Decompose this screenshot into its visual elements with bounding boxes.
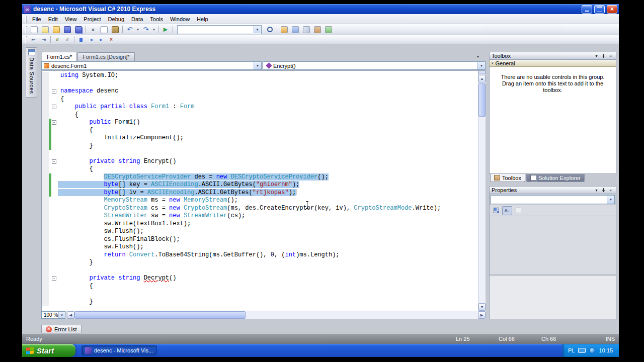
uncomment-selection-button[interactable] xyxy=(62,36,72,44)
types-dropdown[interactable]: desenc.Form1 ▾ xyxy=(41,61,262,70)
chevron-down-icon[interactable]: ▾ xyxy=(254,62,261,69)
document-tab[interactable]: Form1.cs* xyxy=(42,52,77,61)
close-icon[interactable]: × xyxy=(607,53,614,59)
toolbar-grip[interactable] xyxy=(25,26,27,33)
breakpoint-margin[interactable] xyxy=(42,243,49,251)
code-line[interactable]: using System.IO; xyxy=(42,72,478,80)
breakpoint-margin[interactable] xyxy=(42,197,49,205)
menu-item-data[interactable]: Data xyxy=(128,15,146,24)
breakpoint-margin[interactable] xyxy=(42,181,49,189)
vertical-scroll-track[interactable] xyxy=(478,82,486,303)
scroll-up-button[interactable]: ▲ xyxy=(478,75,486,82)
paste-button[interactable] xyxy=(110,25,121,35)
code-line[interactable]: - private string Decrypt() xyxy=(42,275,478,283)
code-line[interactable]: InitializeComponent(); xyxy=(42,134,478,142)
scroll-down-button[interactable]: ▼ xyxy=(478,303,486,311)
redo-button[interactable] xyxy=(140,25,151,35)
fold-toggle-icon[interactable]: - xyxy=(52,159,56,164)
next-bookmark-button[interactable] xyxy=(96,36,106,44)
data-sources-tab[interactable]: Data Sources xyxy=(26,47,37,98)
code-line[interactable] xyxy=(42,80,478,88)
menu-item-edit[interactable]: Edit xyxy=(45,15,61,24)
undo-button[interactable] xyxy=(124,25,135,35)
scroll-right-button[interactable]: ▶ xyxy=(478,311,486,319)
start-button[interactable]: Start xyxy=(22,344,75,357)
window-menu-icon[interactable]: ▾ xyxy=(593,187,600,193)
keyboard-layout-icon[interactable] xyxy=(578,348,586,353)
toggle-bookmark-button[interactable] xyxy=(76,36,86,44)
code-line[interactable]: } xyxy=(42,298,478,306)
breakpoint-margin[interactable] xyxy=(42,96,49,104)
code-line[interactable]: MemoryStream ms = new MemoryStream(); xyxy=(42,197,478,205)
code-lines[interactable]: using System.IO;-namespace desenc{- publ… xyxy=(42,71,478,311)
toolbar-grip[interactable] xyxy=(25,16,27,23)
breakpoint-margin[interactable] xyxy=(42,134,49,142)
toolbar-combobox[interactable]: ▾ xyxy=(177,25,262,34)
window-menu-icon[interactable]: ▾ xyxy=(593,53,600,59)
horizontal-scroll-track[interactable] xyxy=(74,311,478,319)
panel-tab-solution-explorer[interactable]: Solution Explorer xyxy=(526,174,585,182)
chevron-down-icon[interactable]: ▾ xyxy=(254,26,261,33)
pin-icon[interactable] xyxy=(600,187,607,193)
menu-item-view[interactable]: View xyxy=(61,15,80,24)
fold-toggle-icon[interactable]: - xyxy=(52,120,56,125)
find-in-files-button[interactable] xyxy=(264,25,275,35)
properties-header[interactable]: Properties ▾ × xyxy=(489,186,616,194)
increase-indent-button[interactable] xyxy=(39,36,49,44)
add-new-item-button[interactable] xyxy=(40,25,51,35)
breakpoint-margin[interactable] xyxy=(42,283,49,291)
save-button[interactable] xyxy=(62,25,73,35)
code-line[interactable]: cs.FlushFinalBlock(); xyxy=(42,236,478,244)
properties-alphabetical-button[interactable] xyxy=(502,206,512,215)
menu-item-window[interactable]: Window xyxy=(167,15,193,24)
document-list-dropdown[interactable]: ▾ xyxy=(474,53,481,60)
code-line[interactable]: { xyxy=(42,283,478,291)
breakpoint-margin[interactable] xyxy=(42,236,49,244)
code-line[interactable] xyxy=(42,267,478,275)
code-line[interactable]: { xyxy=(42,127,478,135)
menu-item-file[interactable]: File xyxy=(29,15,45,24)
breakpoint-margin[interactable] xyxy=(42,173,49,182)
code-line[interactable]: sw.Flush(); xyxy=(42,243,478,251)
fold-toggle-icon[interactable]: - xyxy=(52,276,56,281)
code-editor[interactable]: using System.IO;-namespace desenc{- publ… xyxy=(41,70,486,311)
fold-toggle-icon[interactable]: - xyxy=(52,89,56,94)
close-button[interactable]: × xyxy=(607,5,617,14)
solution-explorer-button[interactable] xyxy=(279,25,290,35)
code-line[interactable]: byte[] iv = ASCIIEncoding.ASCII.GetBytes… xyxy=(42,189,478,197)
horizontal-scroll-thumb[interactable] xyxy=(74,311,246,319)
panel-tab-toolbox[interactable]: Toolbox xyxy=(490,174,525,182)
cut-button[interactable] xyxy=(88,25,99,35)
start-debugging-button[interactable] xyxy=(160,25,171,35)
breakpoint-margin[interactable] xyxy=(42,127,49,135)
extension-manager-button[interactable] xyxy=(323,25,334,35)
breakpoint-margin[interactable] xyxy=(42,158,49,166)
minimize-button[interactable] xyxy=(582,5,592,14)
chevron-down-icon[interactable]: ▾ xyxy=(477,62,485,69)
code-line[interactable]: } xyxy=(42,142,478,150)
code-line[interactable]: sw.Flush(); xyxy=(42,228,478,236)
code-line[interactable]: CryptoStream cs = new CryptoStream(ms, d… xyxy=(42,205,478,213)
code-line[interactable]: { xyxy=(42,96,478,104)
tray-clock[interactable]: 10:15 xyxy=(599,347,613,353)
menu-item-help[interactable]: Help xyxy=(193,15,212,24)
breakpoint-margin[interactable] xyxy=(42,72,49,80)
error-list-button[interactable]: × Error List xyxy=(41,325,82,333)
code-line[interactable] xyxy=(42,290,478,298)
decrease-indent-button[interactable] xyxy=(29,36,39,44)
properties-categorized-button[interactable] xyxy=(491,206,501,215)
pin-icon[interactable] xyxy=(600,53,607,59)
breakpoint-margin[interactable] xyxy=(42,212,49,220)
breakpoint-margin[interactable] xyxy=(42,298,49,306)
breakpoint-margin[interactable] xyxy=(42,150,49,158)
code-line[interactable]: sw.Write(textBox1.Text); xyxy=(42,220,478,228)
close-icon[interactable]: × xyxy=(607,187,614,193)
code-line[interactable] xyxy=(42,150,478,158)
chevron-down-icon[interactable]: ▾ xyxy=(151,25,156,35)
code-line[interactable]: -namespace desenc xyxy=(42,87,478,96)
breakpoint-margin[interactable] xyxy=(42,205,49,213)
save-all-button[interactable] xyxy=(73,25,84,35)
zoom-selector[interactable]: 100 % ▾ xyxy=(41,311,65,319)
split-window-handle[interactable] xyxy=(478,71,486,74)
breakpoint-margin[interactable] xyxy=(42,275,49,283)
